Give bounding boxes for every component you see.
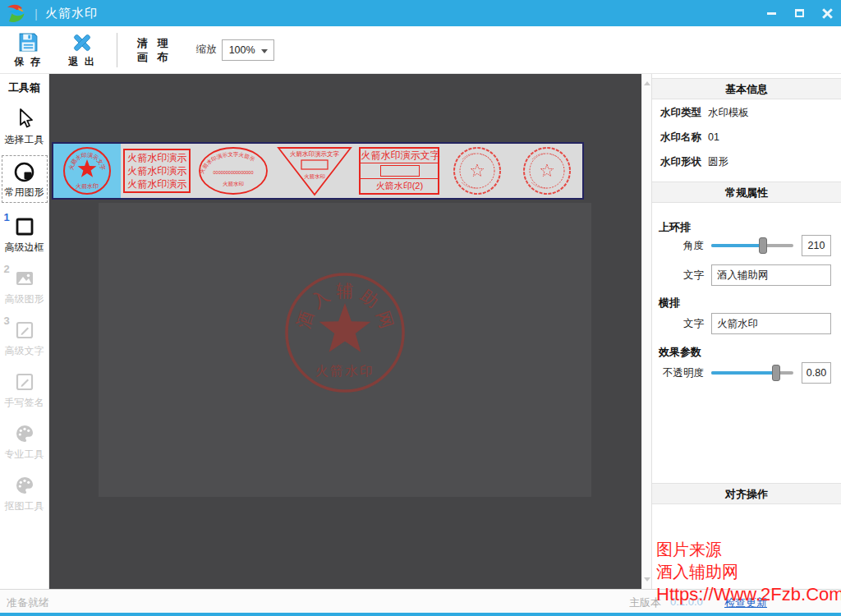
tool-select[interactable]: 选择工具 [2, 107, 48, 147]
status-ready-text: 准备就绪 [7, 595, 49, 610]
opacity-slider[interactable] [711, 365, 793, 381]
svg-text:火箭水印: 火箭水印 [76, 183, 99, 189]
watermark-shape-label: 水印形状 [660, 156, 701, 168]
clean-canvas-button[interactable]: 清 理 画 布 [137, 36, 172, 64]
rect-stamp-thumb: 火箭水印演示文字 火箭水印(2) [359, 147, 439, 195]
tool-advanced-text: 3 高级文字 [2, 318, 48, 358]
svg-text:网: 网 [374, 309, 397, 331]
upper-text-input[interactable] [711, 264, 831, 286]
triangle-stamp-thumb: 火箭水印演示文字 火箭水印 [273, 145, 356, 197]
title-separator: | [34, 7, 38, 21]
image-icon [14, 268, 35, 289]
minimize-icon [767, 12, 776, 15]
scroll-down-icon[interactable] [644, 577, 650, 582]
template-distressed-stamp-1[interactable] [442, 144, 512, 198]
canvas-watermark-stamp[interactable]: 酒 入 辅 助 网 火箭水印 [275, 263, 415, 402]
tool-professional-label: 专业工具 [2, 448, 48, 462]
zoom-select[interactable]: 100% [222, 39, 274, 61]
pencil-box-icon [14, 371, 35, 393]
watermark-name-label: 水印名称 [660, 131, 701, 143]
overlay-line2: 酒入辅助网 [656, 561, 841, 583]
watermark-type-row: 水印类型水印模板 [660, 106, 749, 120]
tool-advanced-graphics: 2 高级图形 [2, 266, 48, 306]
distressed-stamp-thumb [448, 145, 506, 197]
tool-number-badge: 2 [4, 263, 10, 275]
tool-common-shapes[interactable]: 常用图形 [2, 155, 48, 203]
effects-section-title: 效果参数 [659, 345, 701, 360]
opacity-value-box[interactable]: 0.80 [802, 362, 831, 384]
tool-advanced-border-label: 高级边框 [2, 241, 48, 255]
horizontal-text-row: 文字 [652, 313, 841, 334]
angle-value-box[interactable]: 210 [802, 235, 831, 256]
template-strip: 火 箭 水 印 演 示 文 字 火箭水印 火箭水 [52, 142, 584, 200]
toolbox-sidebar: 工具箱 选择工具 常用图形 1 高级边框 [0, 74, 49, 589]
template-rect-stamp[interactable]: 火箭水印演示文字 火箭水印(2) [357, 144, 442, 198]
tool-cutout-label: 抠图工具 [2, 499, 48, 513]
tool-advanced-border[interactable]: 1 高级边框 [2, 214, 48, 255]
angle-row: 角度 210 [652, 235, 841, 256]
window-bottom-accent [0, 613, 841, 616]
exit-x-icon [71, 32, 93, 53]
slider-thumb[interactable] [759, 237, 767, 254]
upper-text-label: 文字 [683, 269, 704, 283]
watermark-type-value: 水印模板 [708, 107, 749, 118]
chevron-down-icon [261, 49, 268, 53]
clean-canvas-line1: 清 理 [137, 36, 172, 50]
watermark-name-value: 01 [708, 131, 719, 143]
tool-advanced-text-label: 高级文字 [2, 344, 48, 358]
minimize-button[interactable] [757, 0, 785, 26]
app-logo-icon [5, 2, 28, 24]
template-square-lines[interactable]: 火箭水印演示 火箭水印演示 火箭水印演示 [121, 144, 194, 198]
template-distressed-stamp-2[interactable] [512, 144, 582, 198]
template-triangle-stamp[interactable]: 火箭水印演示文字 火箭水印 [272, 144, 356, 198]
close-button[interactable] [813, 0, 841, 26]
horizontal-text-label: 文字 [683, 317, 704, 331]
pencil-box-icon [14, 319, 35, 341]
watermark-shape-value: 圆形 [708, 156, 728, 168]
tool-signature: 手写签名 [2, 370, 48, 410]
template-circle-stamp[interactable]: 火 箭 水 印 演 示 文 字 火箭水印 [53, 144, 121, 198]
template-oval-stamp[interactable]: 火箭水印演示文字火箭示 0000000000000000 火箭水印 [194, 144, 272, 198]
tool-select-label: 选择工具 [2, 133, 48, 147]
tool-number-badge: 3 [4, 315, 10, 327]
app-window: | 火箭水印 保 存 [0, 0, 841, 616]
square-outline-icon [14, 216, 35, 237]
svg-text:火箭水印: 火箭水印 [223, 181, 244, 186]
zoom-label: 缩放 [196, 43, 217, 57]
tool-professional: 专业工具 [2, 421, 48, 462]
horizontal-section-title: 横排 [659, 296, 680, 310]
maximize-button[interactable] [785, 0, 813, 26]
angle-label: 角度 [683, 239, 704, 253]
tool-common-shapes-label: 常用图形 [2, 186, 47, 200]
svg-text:辅: 辅 [337, 281, 354, 300]
horizontal-text-input[interactable] [711, 313, 831, 334]
tool-cutout: 抠图工具 [2, 473, 48, 513]
save-floppy-icon [17, 31, 39, 53]
upper-arc-section-title: 上环排 [659, 220, 691, 235]
canvas-area[interactable]: 火 箭 水 印 演 示 文 字 火箭水印 火箭水 [49, 74, 641, 589]
vertical-scrollbar[interactable] [641, 74, 651, 589]
svg-text:助: 助 [357, 286, 383, 311]
source-watermark-overlay: 图片来源 酒入辅助网 Https://Www.2Fzb.Com [656, 539, 841, 605]
svg-text:入: 入 [307, 286, 333, 311]
svg-text:火箭水印: 火箭水印 [315, 364, 375, 378]
toolbox-header: 工具箱 [8, 80, 40, 95]
title-bar: | 火箭水印 [0, 0, 841, 26]
slider-fill [711, 244, 762, 247]
scroll-up-icon[interactable] [644, 81, 650, 85]
square-stamp-thumb: 火箭水印演示 火箭水印演示 火箭水印演示 [123, 149, 191, 193]
opacity-label: 不透明度 [663, 366, 704, 380]
distressed-stamp-thumb [518, 145, 576, 197]
angle-slider[interactable] [711, 237, 793, 254]
watermark-type-label: 水印类型 [660, 107, 701, 118]
close-icon [822, 8, 833, 19]
tool-signature-label: 手写签名 [2, 396, 48, 410]
palette-icon [14, 423, 35, 444]
slider-thumb[interactable] [772, 365, 780, 381]
exit-button[interactable]: 退 出 [61, 31, 103, 69]
exit-button-label: 退 出 [61, 55, 103, 69]
toolbar: 保 存 退 出 清 理 画 布 缩放 100% [0, 26, 841, 74]
save-button[interactable]: 保 存 [7, 31, 49, 69]
basic-info-header: 基本信息 [652, 78, 841, 99]
svg-text:火箭水印演示文字: 火箭水印演示文字 [290, 150, 340, 158]
